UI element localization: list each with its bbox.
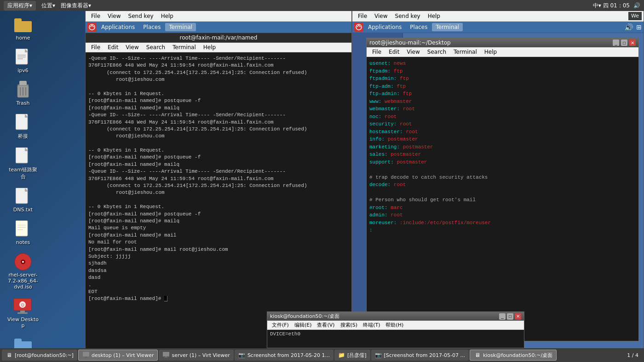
desktop-icon-dns[interactable]: DNS.txt [5, 186, 41, 215]
kiosk-titlebar: kiosk@foundation50:~/桌面 _ □ ✕ [267, 312, 524, 321]
taskbar-kiosk-label: kiosk@foundation50:~/桌面 [483, 352, 552, 359]
taskbar-root-foundation[interactable]: 🖥 [root@foundation50:~] [2, 350, 77, 361]
term-line: Mail queue is empty [88, 225, 349, 232]
term-row: www: webmaster [369, 98, 636, 106]
term-row: decode: root [369, 181, 636, 189]
bridge-icon-label: 桥接 [18, 133, 28, 140]
inner-term-title: root@jieshou-mail:~/Desktop [369, 40, 451, 46]
right-virt-sendkey-menu[interactable]: Send key [391, 12, 424, 20]
kiosk-menu-file[interactable]: 文件(F) [269, 321, 292, 329]
right-places-btn[interactable]: Places [406, 23, 431, 31]
taskbar-server-virt[interactable]: server (1) – Virt Viewer [159, 350, 233, 361]
inner-term-terminal[interactable]: Terminal [450, 48, 481, 56]
right-virt-view-menu[interactable]: View [371, 12, 391, 20]
kiosk-menu-search[interactable]: 搜索(S) [338, 321, 361, 329]
kiosk-maximize-btn[interactable]: □ [507, 313, 513, 320]
kiosk-line: DVICE=eth0 [270, 331, 521, 337]
inner-term-search[interactable]: Search [424, 48, 450, 56]
desktop-icon-bridge[interactable]: 桥接 [5, 112, 41, 141]
svg-text:⊙: ⊙ [21, 302, 24, 307]
taskbar-server-virt-label: server (1) – Virt Viewer [172, 352, 230, 358]
home-folder-icon [14, 16, 32, 34]
taskbar-desktop-virt-label: desktop (1) – Virt Viewer [92, 352, 154, 358]
term-file[interactable]: File [87, 43, 104, 51]
kiosk-close-btn[interactable]: ✕ [515, 313, 521, 320]
taskbar-desktop-virt[interactable]: desktop (1) – Virt Viewer [78, 350, 158, 361]
term-line: root@jieshou.com [88, 189, 349, 196]
term-line: . [88, 282, 349, 288]
term-row: moreuser: :include:/etc/postfix/moreuser [369, 219, 636, 227]
kiosk-menu-terminal[interactable]: 终端(T) [360, 321, 383, 329]
kiosk-menu-help[interactable]: 帮助(H) [383, 321, 406, 329]
inner-close-btn[interactable]: ✕ [629, 40, 636, 46]
term-row: #root: marc [369, 204, 636, 212]
taskbar-desktop-icon [82, 351, 90, 359]
desktop-icon-team[interactable]: team链路聚合 [5, 145, 41, 182]
inner-minimize-btn[interactable]: _ [613, 40, 619, 46]
right-virt-file-menu[interactable]: File [354, 12, 371, 20]
inner-term-view[interactable]: View [403, 48, 423, 56]
kiosk-menu-view[interactable]: 查看(V) [314, 321, 337, 329]
svg-rect-45 [83, 352, 89, 356]
inner-term-body[interactable]: usenet: news ftpadm: ftp ftpadmin: ftp f… [367, 57, 638, 341]
left-virt-sendkey-menu[interactable]: Send key [125, 12, 157, 20]
term-line: EOT [88, 288, 349, 295]
inner-term-file[interactable]: File [368, 48, 385, 56]
kiosk-body[interactable]: DVICE=eth0 [267, 330, 524, 348]
taskbar-screenshot1[interactable]: 📷 Screenshot from 2017-05-20 1... [235, 350, 334, 361]
left-terminal: root@faxin-mail:/var/named File Edit Vie… [86, 33, 351, 351]
taskbar-kiosk-icon: 🖥 [474, 351, 481, 359]
volume-icon[interactable]: 🔊 [633, 2, 640, 9]
right-virt-window: server (1) – Virt Viewer File View Send … [352, 0, 644, 362]
inner-term-help[interactable]: Help [481, 48, 500, 56]
trash-icon-label: Trash [16, 100, 29, 106]
svg-rect-1 [14, 18, 22, 23]
desktop-icon-ipv6[interactable]: ipv6 [5, 46, 41, 75]
desktop-icon-viewdesktop[interactable]: ⊙ View Desktop [5, 295, 41, 330]
left-virt-help-menu[interactable]: Help [157, 12, 177, 20]
term-search[interactable]: Search [143, 43, 169, 51]
term-line: -- 0 Kbytes in 1 Request. [88, 204, 349, 210]
inner-maximize-btn[interactable]: □ [621, 40, 627, 46]
left-virt-view-menu[interactable]: View [104, 12, 124, 20]
term-terminal[interactable]: Terminal [169, 43, 200, 51]
term-line: 376F117E866 448 Wed May 24 11:59:54 root… [88, 62, 349, 69]
left-apps-btn[interactable]: Applications [98, 23, 138, 31]
kiosk-menu-edit[interactable]: 编辑(E) [292, 321, 315, 329]
right-apps-btn[interactable]: Applications [364, 23, 405, 31]
term-line: Subject: jjjjj [88, 253, 349, 260]
places-menu[interactable]: 位置▾ [41, 2, 55, 10]
desktop-icon-home[interactable]: home [5, 14, 41, 43]
top-bar: 应用程序▾ 位置▾ 图像查看器▾ 中▾ 四 01：05 🔊 [0, 0, 644, 11]
term-help[interactable]: Help [200, 43, 219, 51]
app-menu[interactable]: 应用程序▾ [4, 1, 36, 11]
ipv6-icon-label: ipv6 [17, 68, 29, 74]
term-row: webmaster: root [369, 105, 636, 113]
right-terminal-btn[interactable]: Terminal [432, 23, 463, 31]
term-row: marketing: postmaster [369, 143, 636, 151]
term-edit[interactable]: Edit [104, 43, 122, 51]
kiosk-title: kiosk@foundation50:~/桌面 [270, 313, 339, 320]
image-viewer-menu[interactable]: 图像查看器▾ [61, 2, 91, 10]
left-terminal-body[interactable]: -Queue ID- --Size-- ----Arrival Time----… [86, 52, 351, 351]
term-line: -Queue ID- --Size-- ----Arrival Time----… [88, 55, 349, 62]
term-line: -Queue ID- --Size-- ----Arrival Time----… [88, 168, 349, 175]
svg-rect-47 [84, 357, 88, 358]
kiosk-minimize-btn[interactable]: _ [499, 313, 506, 320]
rhel-disc-icon [14, 253, 32, 271]
taskbar-screenshot2[interactable]: 📷 [Screenshot from 2017-05-07 ... [371, 350, 469, 361]
right-virt-help-menu[interactable]: Help [424, 12, 444, 20]
left-virt-file-menu[interactable]: File [87, 12, 104, 20]
svg-rect-8 [19, 81, 27, 85]
desktop-icon-rhel[interactable]: rhel-server-7.2-x86_64-dvd.iso [5, 251, 41, 292]
inner-term-edit[interactable]: Edit [385, 48, 403, 56]
term-view[interactable]: View [122, 43, 142, 51]
desktop-icon-notes[interactable]: notes [5, 218, 41, 247]
taskbar-luyiru[interactable]: 📁 [吕彦儒] [334, 350, 370, 361]
right-virt-content: ⌂ home Tras... root@jieshou-mail:~/Deskt [352, 33, 644, 351]
desktop-icon-trash[interactable]: Trash [5, 79, 41, 108]
left-terminal-btn[interactable]: Terminal [165, 23, 196, 31]
left-places-btn[interactable]: Places [139, 23, 164, 31]
svg-rect-46 [85, 356, 87, 357]
taskbar-kiosk[interactable]: 🖥 kiosk@foundation50:~/桌面 [470, 350, 557, 361]
